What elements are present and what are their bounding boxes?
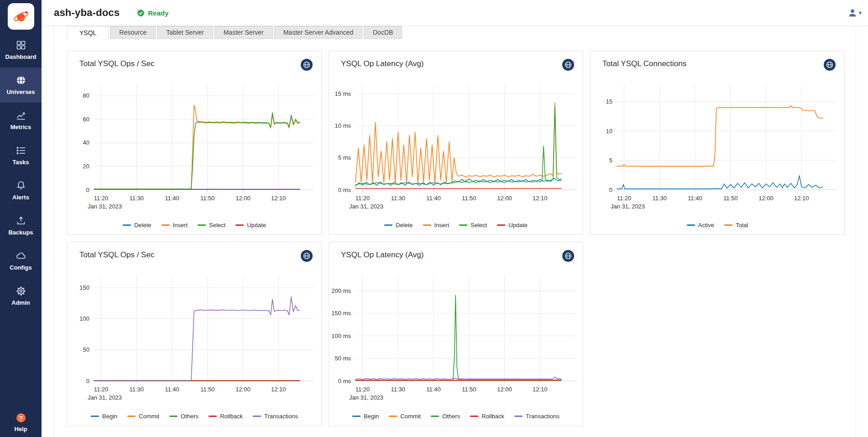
svg-text:50: 50 — [83, 346, 89, 353]
legend-label: Begin — [364, 413, 379, 420]
legend-swatch — [459, 224, 467, 226]
sidebar-item-metrics[interactable]: Metrics — [0, 103, 42, 138]
legend-swatch — [389, 416, 397, 417]
legend-swatch — [724, 224, 732, 226]
legend-label: Delete — [134, 222, 152, 229]
legend-item[interactable]: Rollback — [470, 413, 504, 420]
svg-text:0 ms: 0 ms — [338, 187, 351, 193]
alerts-icon — [16, 180, 26, 191]
chart-plot[interactable]: 05101511:2011:3011:4011:5012:0012:10Jan … — [591, 73, 844, 215]
svg-text:15 ms: 15 ms — [335, 90, 351, 97]
svg-text:11:30: 11:30 — [391, 386, 406, 393]
user-menu[interactable]: ▾ — [847, 8, 862, 18]
legend-item[interactable]: Begin — [91, 413, 117, 420]
legend-swatch — [127, 416, 136, 417]
legend-label: Select — [209, 222, 225, 229]
svg-text:Jan 31, 2023: Jan 31, 2023 — [88, 203, 122, 210]
svg-text:200 ms: 200 ms — [331, 287, 351, 294]
chart-panel-ysql-op-latency-transactions: YSQL Op Latency (Avg) 0 ms50 ms100 ms150… — [329, 242, 583, 426]
svg-text:100 ms: 100 ms — [331, 333, 351, 339]
legend-swatch — [162, 224, 170, 226]
legend-item[interactable]: Delete — [384, 222, 413, 229]
yugabyte-logo[interactable] — [8, 3, 34, 30]
globe-icon[interactable] — [300, 250, 313, 262]
legend-item[interactable]: Transactions — [514, 413, 559, 420]
legend-label: Rollback — [481, 413, 504, 420]
legend-item[interactable]: Insert — [423, 222, 450, 229]
legend-swatch — [198, 224, 206, 226]
charts-grid: Total YSQL Ops / Sec 02040608011:2011:30… — [54, 39, 856, 426]
page-title: ash-yba-docs — [54, 7, 120, 19]
sidebar-item-universes[interactable]: Universes — [0, 68, 42, 103]
svg-text:11:30: 11:30 — [391, 195, 406, 202]
legend-item[interactable]: Transactions — [253, 413, 298, 420]
status-badge: Ready — [137, 9, 168, 17]
chart-plot[interactable]: 0 ms50 ms100 ms150 ms200 ms11:2011:3011:… — [329, 264, 583, 406]
chart-title: Total YSQL Connections — [602, 59, 686, 68]
svg-text:Jan 31, 2023: Jan 31, 2023 — [349, 203, 383, 210]
sidebar-item-configs[interactable]: Configs — [0, 243, 42, 278]
sidebar-item-dashboard[interactable]: Dashboard — [0, 32, 42, 68]
chart-panel-total-ysql-ops: Total YSQL Ops / Sec 02040608011:2011:30… — [67, 51, 322, 235]
legend-item[interactable]: Others — [169, 413, 199, 420]
svg-text:11:50: 11:50 — [200, 195, 215, 202]
metrics-panel: YSQL Resource Tablet Server Master Serve… — [54, 26, 856, 437]
legend-swatch — [384, 224, 392, 226]
legend-item[interactable]: Rollback — [209, 413, 243, 420]
legend-label: Commit — [139, 413, 159, 420]
svg-text:150 ms: 150 ms — [331, 310, 351, 317]
tab-docdb[interactable]: DocDB — [364, 26, 402, 39]
help-icon: ? — [16, 412, 26, 423]
sidebar-item-tasks[interactable]: Tasks — [0, 138, 42, 173]
legend-item[interactable]: Begin — [352, 413, 379, 420]
svg-text:11:50: 11:50 — [462, 195, 476, 202]
globe-icon[interactable] — [823, 58, 836, 71]
svg-text:11:30: 11:30 — [130, 195, 144, 202]
legend-item[interactable]: Update — [497, 222, 528, 229]
sidebar-item-admin[interactable]: Admin — [0, 278, 42, 313]
svg-text:12:00: 12:00 — [497, 195, 512, 202]
chart-plot[interactable]: 05010015011:2011:3011:4011:5012:0012:10J… — [68, 264, 321, 406]
legend-swatch — [352, 416, 361, 417]
svg-text:12:00: 12:00 — [758, 195, 774, 202]
tab-master-server-advanced[interactable]: Master Server Advanced — [274, 26, 362, 39]
legend-swatch — [91, 416, 99, 417]
sidebar-item-alerts[interactable]: Alerts — [0, 173, 42, 208]
svg-text:Jan 31, 2023: Jan 31, 2023 — [88, 394, 122, 401]
legend-item[interactable]: Active — [687, 222, 714, 229]
svg-text:5 ms: 5 ms — [338, 154, 351, 161]
tab-master-server[interactable]: Master Server — [214, 26, 273, 39]
legend-item[interactable]: Commit — [389, 413, 421, 420]
sidebar-item-backups[interactable]: Backups — [0, 208, 42, 243]
svg-text:11:40: 11:40 — [165, 195, 179, 202]
tab-ysql[interactable]: YSQL — [67, 26, 109, 39]
globe-icon[interactable] — [562, 250, 575, 262]
header: ash-yba-docs Ready ▾ — [42, 0, 868, 26]
status-label: Ready — [148, 9, 168, 17]
tab-tablet-server[interactable]: Tablet Server — [157, 26, 213, 39]
check-circle-icon — [137, 9, 145, 17]
user-icon — [847, 8, 858, 18]
configs-icon — [16, 250, 26, 261]
backups-icon — [16, 215, 26, 226]
legend-item[interactable]: Select — [198, 222, 225, 229]
legend-item[interactable]: Insert — [162, 222, 188, 229]
chart-plot[interactable]: 0 ms5 ms10 ms15 ms11:2011:3011:4011:5012… — [329, 73, 583, 215]
legend-label: Others — [181, 413, 199, 420]
legend-item[interactable]: Total — [724, 222, 748, 229]
legend-label: Total — [736, 222, 748, 229]
legend-item[interactable]: Select — [459, 222, 487, 229]
sidebar-item-help[interactable]: ? Help — [0, 412, 42, 432]
chart-plot[interactable]: 02040608011:2011:3011:4011:5012:0012:10J… — [68, 73, 321, 215]
svg-text:0: 0 — [86, 187, 89, 193]
legend-item[interactable]: Delete — [123, 222, 152, 229]
globe-icon[interactable] — [300, 58, 313, 71]
svg-text:5: 5 — [609, 157, 612, 164]
legend-item[interactable]: Update — [235, 222, 266, 229]
tab-resource[interactable]: Resource — [110, 26, 156, 39]
dashboard-icon — [16, 40, 26, 51]
globe-icon[interactable] — [562, 58, 575, 71]
admin-icon — [16, 286, 26, 297]
legend-item[interactable]: Commit — [127, 413, 159, 420]
legend-item[interactable]: Others — [431, 413, 460, 420]
